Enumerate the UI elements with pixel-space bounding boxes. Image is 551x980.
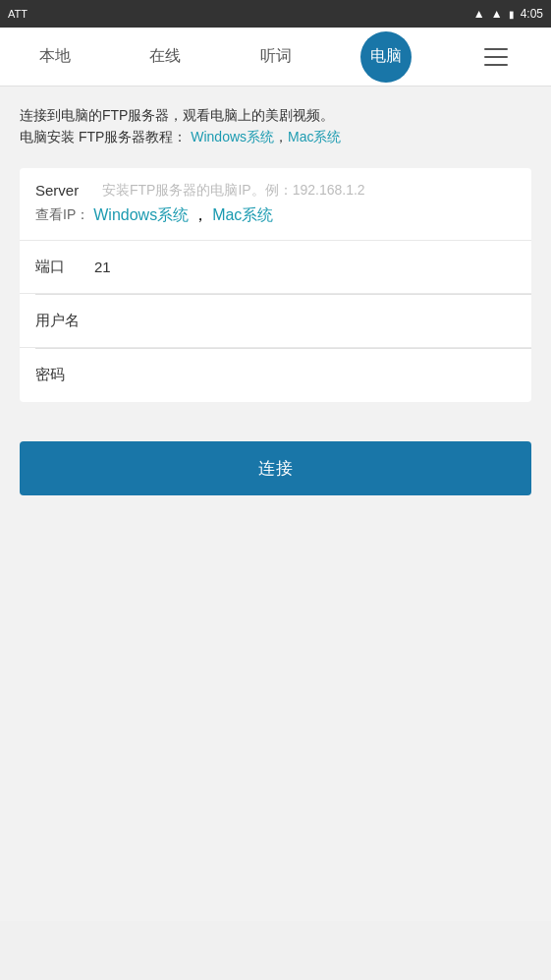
main-content: 连接到电脑的FTP服务器，观看电脑上的美剧视频。 电脑安装 FTP服务器教程： … <box>0 86 551 921</box>
tab-listen-label: 听词 <box>260 46 292 67</box>
server-mac-link[interactable]: Mac系统 <box>212 205 273 226</box>
status-bar: ATT ▲ ▲ ▮ 4:05 <box>0 0 551 28</box>
server-placeholder: 安装FTP服务器的电脑IP。例：192.168.1.2 <box>102 182 365 200</box>
port-row: 端口 <box>20 241 531 294</box>
password-row: 密码 <box>20 349 531 402</box>
info-section: 连接到电脑的FTP服务器，观看电脑上的美剧视频。 电脑安装 FTP服务器教程： … <box>20 104 531 148</box>
info-line2: 电脑安装 FTP服务器教程： Windows系统，Mac系统 <box>20 126 531 147</box>
port-input[interactable] <box>94 259 516 275</box>
tab-computer[interactable]: 电脑 <box>360 31 412 83</box>
tab-online-label: 在线 <box>149 46 181 67</box>
info-windows-link[interactable]: Windows系统 <box>191 129 274 144</box>
server-row: Server 安装FTP服务器的电脑IP。例：192.168.1.2 查看IP：… <box>20 168 531 241</box>
info-mac-link[interactable]: Mac系统 <box>288 129 341 144</box>
tab-online-wrapper[interactable]: 在线 <box>110 28 220 86</box>
tab-listen-wrapper[interactable]: 听词 <box>220 28 330 86</box>
username-label: 用户名 <box>35 312 94 330</box>
tab-computer-label: 电脑 <box>370 46 402 67</box>
status-bar-left: ATT <box>8 8 28 20</box>
tab-local-wrapper[interactable]: 本地 <box>0 28 110 86</box>
view-ip-label: 查看IP： <box>35 206 89 224</box>
tab-online[interactable]: 在线 <box>110 28 220 86</box>
password-label: 密码 <box>35 366 94 384</box>
username-input[interactable] <box>94 313 516 329</box>
wifi-icon: ▲ <box>473 7 485 21</box>
signal-icon: ▲ <box>491 7 503 21</box>
info-separator: ， <box>274 129 288 144</box>
server-separator: ， <box>193 205 208 226</box>
server-windows-link[interactable]: Windows系统 <box>93 205 189 226</box>
time-display: 4:05 <box>521 7 543 21</box>
tab-computer-wrapper[interactable]: 电脑 <box>331 28 441 86</box>
info-line1: 连接到电脑的FTP服务器，观看电脑上的美剧视频。 <box>20 104 531 126</box>
form-section: Server 安装FTP服务器的电脑IP。例：192.168.1.2 查看IP：… <box>20 168 531 402</box>
status-bar-right: ▲ ▲ ▮ 4:05 <box>473 7 543 21</box>
tab-local-label: 本地 <box>39 46 71 67</box>
port-label: 端口 <box>35 258 94 276</box>
tab-menu-wrapper[interactable] <box>441 28 551 86</box>
tab-menu[interactable] <box>441 28 551 86</box>
username-row: 用户名 <box>20 295 531 348</box>
nav-tabs: 本地 在线 听词 电脑 <box>0 28 551 86</box>
connect-button[interactable]: 连接 <box>20 441 531 495</box>
hamburger-icon <box>484 48 508 66</box>
server-links: 查看IP： Windows系统 ， Mac系统 <box>35 205 516 226</box>
connect-button-section: 连接 <box>20 441 531 495</box>
carrier-text: ATT <box>8 8 28 20</box>
tab-listen[interactable]: 听词 <box>220 28 330 86</box>
password-input[interactable] <box>94 367 516 383</box>
server-label: Server <box>35 182 94 199</box>
battery-icon: ▮ <box>509 9 515 20</box>
tab-local[interactable]: 本地 <box>0 28 110 86</box>
info-line2-text: 电脑安装 FTP服务器教程： <box>20 129 187 144</box>
server-top: Server 安装FTP服务器的电脑IP。例：192.168.1.2 <box>35 182 516 200</box>
